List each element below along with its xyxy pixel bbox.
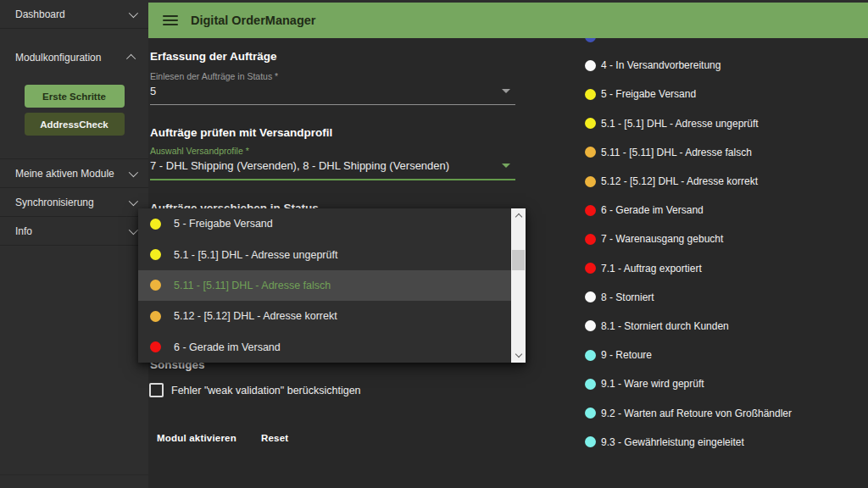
sidebar-item-label: Synchronisierung [15, 197, 94, 208]
status-color-dot [585, 60, 596, 71]
scrollbar-thumb[interactable] [512, 250, 525, 270]
status-color-dot [585, 234, 596, 245]
select-arrow-icon [502, 89, 510, 93]
status-list-item: 7.1 - Auftrag exportiert [585, 254, 792, 283]
form-actions: Modul aktivieren Reset [155, 430, 290, 446]
status-color-dot [585, 176, 596, 187]
dropdown-options: 5 - Freigabe Versand 5.1 - [5.1] DHL - A… [138, 208, 511, 363]
option-label: 5.11 - [5.11] DHL - Adresse falsch [174, 280, 331, 291]
status-select[interactable]: 5 [150, 81, 515, 105]
dropdown-scrollbar[interactable] [511, 208, 526, 363]
status-list-item: 6 - Gerade im Versand [585, 196, 792, 225]
reset-button[interactable]: Reset [259, 430, 290, 446]
status-list-item: 7 - Warenausgang gebucht [585, 225, 792, 253]
scroll-down-icon [515, 351, 521, 358]
sidebar-item-modulkonfiguration[interactable]: Modulkonfiguration [0, 42, 148, 73]
option-label: 5.1 - [5.1] DHL - Adresse ungeprüft [174, 249, 337, 261]
status-label: 9.3 - Gewährleistung eingeleitet [601, 436, 744, 448]
modul-aktivieren-button[interactable]: Modul aktivieren [155, 430, 238, 446]
status-label: 5 - Freigabe Versand [601, 88, 696, 100]
status-list-item: 8.1 - Storniert durch Kunden [585, 312, 792, 341]
option-label: 5 - Freigabe Versand [174, 218, 273, 230]
chevron-down-icon [129, 225, 138, 234]
field-einlesen-status: Einlesen der Aufträge in Status * 5 [150, 71, 515, 105]
sidebar-item-label: Info [15, 225, 32, 237]
chevron-down-icon [129, 8, 138, 17]
status-list-item: 9.3 - Gewährleistung eingeleitet [585, 428, 792, 457]
sidebar-item-info[interactable]: Info [0, 217, 148, 246]
dropdown-option[interactable]: 6 - Gerade im Versand [138, 332, 511, 363]
status-color-dot [585, 147, 596, 158]
chevron-down-icon [129, 167, 138, 176]
dropdown-option[interactable]: 5.1 - [5.1] DHL - Adresse ungeprüft [138, 239, 511, 269]
status-color-dot [585, 436, 596, 447]
status-list-item: 9 - Retoure [585, 341, 792, 369]
status-label: 8.1 - Storniert durch Kunden [601, 320, 729, 332]
status-label: 9.2 - Warten auf Retoure von Großhändler [601, 408, 792, 419]
dropdown-option-selected[interactable]: 5.11 - [5.11] DHL - Adresse falsch [138, 270, 511, 301]
weak-validation-checkbox[interactable] [149, 383, 164, 397]
status-label: 6 - Gerade im Versand [601, 204, 704, 216]
versandprofile-select[interactable]: 7 - DHL Shipping (Versenden), 8 - DHL Sh… [150, 156, 515, 180]
status-list-item: 8 - Storniert [585, 283, 792, 312]
status-list-item: 9.2 - Warten auf Retoure von Großhändler [585, 398, 792, 427]
checkbox-label: Fehler "weak validation" berücksichtigen [171, 385, 361, 396]
sidebar-item-label: Modulkonfiguration [15, 52, 101, 64]
option-label: 5.12 - [5.12] DHL - Adresse korrekt [174, 310, 337, 322]
status-color-dot [585, 350, 596, 361]
scrollbar-down-button[interactable] [511, 349, 526, 363]
status-color-dot [585, 263, 596, 274]
status-label: 9 - Retoure [601, 349, 652, 361]
section-title-pruefen: Aufträge prüfen mit Versandprofil [150, 126, 332, 139]
option-label: 6 - Gerade im Versand [174, 341, 281, 353]
status-color-dot [150, 249, 161, 260]
status-label: 7.1 - Auftrag exportiert [601, 263, 702, 274]
sidebar-item-synchronisierung[interactable]: Synchronisierung [0, 188, 148, 217]
status-label: 5.12 - [5.12] DHL - Adresse korrekt [601, 175, 758, 187]
status-label: 5.11 - [5.11] DHL - Adresse falsch [601, 147, 752, 158]
dropdown-option[interactable]: 5 - Freigabe Versand [138, 208, 511, 239]
sidebar-divider [0, 474, 148, 475]
status-color-dot [150, 219, 161, 230]
erste-schritte-button[interactable]: Erste Schritte [25, 85, 125, 108]
status-label: 8 - Storniert [601, 291, 654, 303]
app-title: Digital OrderManager [191, 14, 315, 27]
status-color-dot [585, 291, 596, 302]
sidebar-panel-modulkonfiguration: Modulkonfiguration Erste Schritte Addres… [0, 42, 148, 159]
status-label: 9.1 - Ware wird geprüft [601, 378, 704, 390]
select-arrow-icon [502, 164, 510, 168]
status-color-dot [585, 89, 596, 100]
top-edge-strip [148, 0, 868, 3]
status-list-item: 5.11 - [5.11] DHL - Adresse falsch [585, 138, 792, 167]
status-list-item: 4 - In Versandvorbereitung [585, 51, 792, 80]
field-label: Auswahl Versandprofile * [150, 146, 515, 156]
sidebar-item-meine-aktiven-module[interactable]: Meine aktiven Module [0, 159, 148, 188]
app-header: Digital OrderManager [148, 3, 868, 38]
sidebar: Dashboard Modulkonfiguration Erste Schri… [0, 0, 148, 488]
addresscheck-button[interactable]: AddressCheck [25, 113, 125, 136]
weak-validation-checkbox-row: Fehler "weak validation" berücksichtigen [149, 383, 361, 397]
status-color-dot [585, 408, 596, 419]
status-list-item: 5.12 - [5.12] DHL - Adresse korrekt [585, 167, 792, 196]
status-list-item: 9.1 - Ware wird geprüft [585, 369, 792, 398]
status-color-dot [585, 379, 596, 390]
section-title-erfassung: Erfassung der Aufträge [150, 50, 277, 63]
status-color-dot [150, 311, 161, 322]
status-select-value: 5 [150, 85, 156, 97]
field-versandprofile: Auswahl Versandprofile * 7 - DHL Shippin… [150, 146, 515, 180]
status-label: 5.1 - [5.1] DHL - Adresse ungeprüft [601, 118, 759, 130]
chevron-up-icon [126, 54, 136, 64]
status-color-dot [150, 341, 161, 352]
menu-hamburger-icon[interactable] [163, 15, 178, 25]
sidebar-item-dashboard[interactable]: Dashboard [0, 0, 148, 29]
status-legend-list: 4 - In Versandvorbereitung 5 - Freigabe … [585, 22, 792, 457]
dropdown-option[interactable]: 5.12 - [5.12] DHL - Adresse korrekt [138, 301, 511, 331]
status-color-dot [585, 320, 596, 331]
sidebar-item-label: Meine aktiven Module [15, 168, 114, 180]
status-color-dot [585, 118, 596, 129]
scroll-up-icon [515, 214, 521, 220]
status-label: 7 - Warenausgang gebucht [601, 233, 723, 245]
scrollbar-up-button[interactable] [511, 208, 526, 222]
status-color-dot [585, 205, 596, 216]
chevron-down-icon [129, 196, 138, 205]
